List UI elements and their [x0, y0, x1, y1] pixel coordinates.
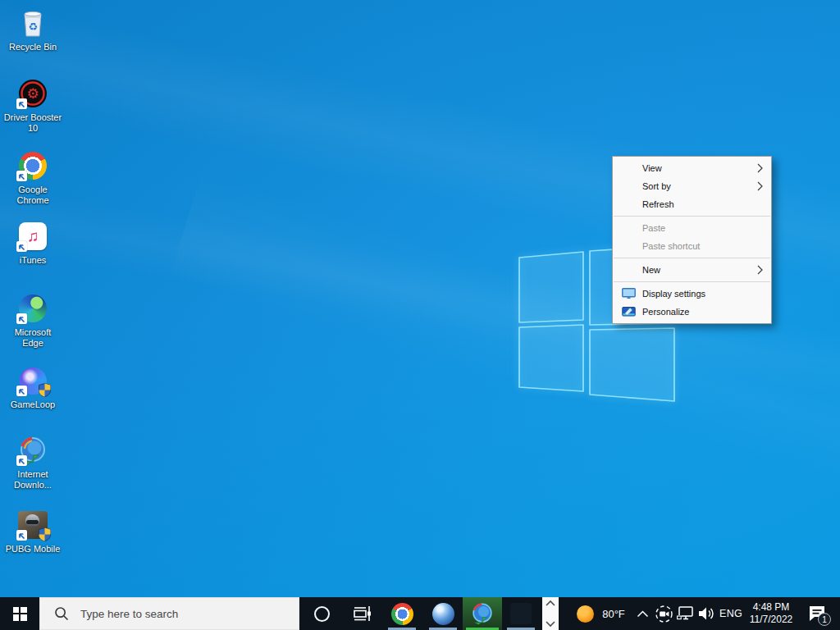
recycle-bin-icon: ♻: [16, 7, 49, 39]
chrome-icon: [391, 603, 413, 625]
desktop-icon-driver-booster[interactable]: ⚙ Driver Booster10: [2, 77, 64, 134]
menu-item-view[interactable]: View: [613, 159, 771, 177]
taskbar-search[interactable]: [39, 597, 299, 630]
desktop-icon-label: GoogleChrome: [2, 185, 64, 206]
display-settings-icon: [622, 288, 636, 299]
menu-separator: [614, 281, 770, 282]
uac-shield-icon: [39, 527, 51, 541]
menu-item-paste-shortcut: Paste shortcut: [613, 237, 771, 255]
menu-item-paste: Paste: [613, 219, 771, 237]
meet-now-button[interactable]: [653, 597, 674, 630]
desktop-icon-recycle-bin[interactable]: ♻ Recycle Bin: [2, 7, 64, 52]
taskbar-scrollbar[interactable]: [542, 597, 559, 630]
menu-item-sort-by[interactable]: Sort by: [613, 177, 771, 195]
show-hidden-icons-button[interactable]: [632, 597, 653, 630]
desktop-icon-label: GameLoop: [2, 399, 64, 410]
driver-booster-icon: ⚙: [16, 77, 49, 110]
shortcut-arrow-icon: [16, 241, 27, 252]
shortcut-arrow-icon: [16, 386, 27, 396]
language-indicator[interactable]: ENG: [719, 597, 743, 630]
task-view-button[interactable]: [341, 597, 381, 630]
notification-count-badge: 1: [818, 613, 831, 626]
menu-item-refresh[interactable]: Refresh: [613, 195, 771, 213]
shortcut-arrow-icon: [16, 98, 27, 109]
start-button[interactable]: [0, 597, 39, 630]
shortcut-arrow-icon: [16, 530, 27, 541]
itunes-icon: ♫: [16, 220, 49, 253]
volume-button[interactable]: [696, 597, 717, 630]
scroll-down-icon[interactable]: [546, 621, 555, 628]
clock[interactable]: 4:48 PM 11/7/2022: [743, 597, 799, 630]
desktop-icon-gameloop[interactable]: GameLoop: [2, 364, 64, 410]
submenu-chevron-icon: [757, 265, 763, 275]
menu-separator: [614, 258, 770, 258]
chevron-up-icon: [637, 610, 649, 618]
submenu-chevron-icon: [757, 181, 763, 191]
search-input[interactable]: [80, 608, 285, 620]
desktop-icon-google-chrome[interactable]: GoogleChrome: [2, 149, 64, 206]
desktop-icon-itunes[interactable]: ♫ iTunes: [2, 220, 64, 266]
taskbar-app-dark[interactable]: [502, 597, 540, 630]
windows-logo-icon: [13, 607, 27, 621]
desktop-icon-label: InternetDownlo...: [2, 469, 64, 491]
personalize-icon: [622, 306, 636, 317]
desktop-icon-pubg-mobile[interactable]: PUBG Mobile: [2, 509, 64, 555]
cortana-icon: [314, 606, 330, 622]
desktop-icon-idm[interactable]: InternetDownlo...: [2, 434, 64, 491]
dark-app-icon: [510, 603, 532, 624]
weather-temperature[interactable]: 80°F: [596, 597, 632, 630]
menu-item-display-settings[interactable]: Display settings: [613, 285, 771, 303]
shortcut-arrow-icon: [16, 171, 27, 181]
pubg-mobile-icon: [16, 509, 49, 541]
svg-text:♻: ♻: [28, 21, 38, 33]
ethernet-network-icon: [676, 605, 695, 622]
task-view-icon: [350, 603, 372, 624]
desktop-icon-label: Driver Booster10: [2, 112, 64, 134]
submenu-chevron-icon: [757, 163, 763, 173]
search-icon: [53, 605, 70, 622]
chrome-icon: [16, 149, 49, 182]
menu-separator: [614, 216, 770, 217]
svg-text:⚙: ⚙: [26, 86, 39, 102]
uac-shield-icon: [39, 383, 51, 397]
idm-icon: [471, 602, 494, 625]
meet-now-icon: [655, 605, 673, 623]
weather-button[interactable]: [574, 597, 596, 630]
cortana-button[interactable]: [302, 597, 341, 630]
desktop-icon-label: iTunes: [2, 255, 64, 266]
clock-date: 11/7/2022: [750, 614, 793, 626]
action-center-button[interactable]: 1: [801, 597, 833, 630]
clock-time: 4:48 PM: [753, 601, 790, 614]
desktop-icon-label: PUBG Mobile: [2, 544, 64, 555]
gameloop-icon: [16, 364, 49, 397]
idm-icon: [16, 434, 49, 467]
taskbar-app-blue-globe[interactable]: [423, 597, 463, 630]
blue-globe-app-icon: [432, 603, 454, 625]
scroll-up-icon[interactable]: [546, 600, 555, 606]
menu-item-new[interactable]: New: [613, 261, 771, 279]
shortcut-arrow-icon: [16, 313, 27, 324]
network-button[interactable]: [674, 597, 696, 630]
menu-item-personalize[interactable]: Personalize: [613, 303, 771, 321]
desktop[interactable]: ♻ Recycle Bin ⚙ Driver Booster10: [0, 0, 840, 630]
taskbar-app-chrome[interactable]: [382, 597, 422, 630]
shortcut-arrow-icon: [16, 455, 27, 466]
taskbar: 80°F ENG 4:48 PM 11/7/2022: [0, 597, 840, 630]
sun-icon: [577, 605, 594, 623]
speaker-icon: [697, 605, 715, 622]
desktop-icon-label: Recycle Bin: [2, 42, 64, 52]
taskbar-app-idm-active[interactable]: [463, 597, 502, 630]
desktop-icon-microsoft-edge[interactable]: MicrosoftEdge: [2, 292, 64, 349]
desktop-icon-label: MicrosoftEdge: [2, 327, 64, 349]
edge-icon: [16, 292, 49, 325]
desktop-context-menu: View Sort by Refresh Paste Paste shortcu…: [612, 156, 772, 324]
